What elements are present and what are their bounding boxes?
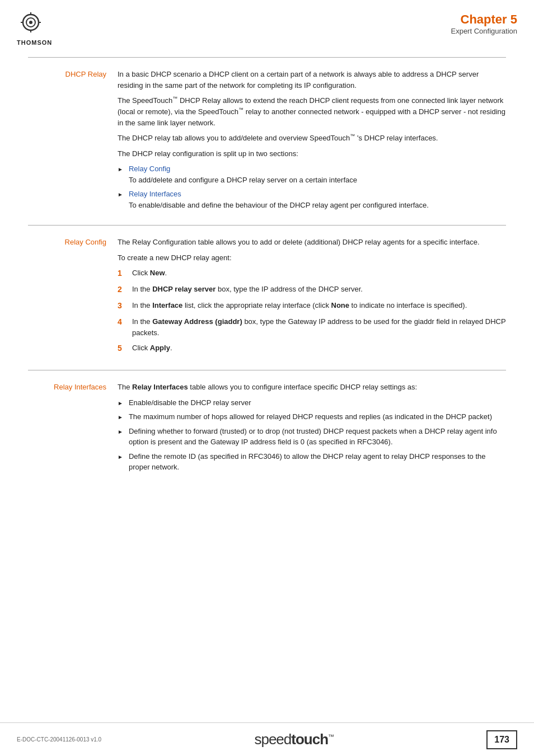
section-body-relay-interfaces: The Relay Interfaces table allows you to… <box>118 382 506 482</box>
thomson-logo-icon <box>17 10 45 38</box>
dhcp-relay-para-3: The DHCP relay tab allows you to add/del… <box>118 133 506 144</box>
relay-config-link[interactable]: Relay Config <box>129 165 170 173</box>
relay-interfaces-desc: To enable/disable and define the behavio… <box>129 200 506 211</box>
svg-point-2 <box>29 21 32 24</box>
brand-light-text: speed <box>254 731 291 748</box>
step-number-2: 2 <box>118 284 125 295</box>
footer-brand: speedtouch™ <box>254 731 334 748</box>
section-dhcp-relay: DHCP Relay In a basic DHCP scenario a DH… <box>28 57 506 225</box>
chapter-title: Chapter 5 <box>451 12 517 27</box>
page-number: 173 <box>486 730 517 749</box>
section-label-dhcp-relay: DHCP Relay <box>28 69 118 219</box>
ri-bullet-2-text: The maximum number of hops allowed for r… <box>129 412 492 421</box>
ri-bullet-3-content: Defining whether to forward (trusted) or… <box>129 426 506 448</box>
bullet-relay-interfaces-content: Relay Interfaces To enable/disable and d… <box>129 189 506 210</box>
section-relay-interfaces: Relay Interfaces The Relay Interfaces ta… <box>28 370 506 487</box>
step-1: 1 Click New. <box>118 267 506 279</box>
dhcp-relay-bullet-list: ► Relay Config To add/delete and configu… <box>118 163 506 210</box>
ri-bullet-arrow-3: ► <box>118 428 123 436</box>
step-content-3: In the Interface list, click the appropr… <box>132 300 506 311</box>
step-3: 3 In the Interface list, click the appro… <box>118 300 506 312</box>
step-4: 4 In the Gateway Address (giaddr) box, t… <box>118 316 506 338</box>
brand-bold-text: touch <box>291 731 328 748</box>
ri-bullet-1-text: Enable/disable the DHCP relay server <box>129 398 251 407</box>
step-2: 2 In the DHCP relay server box, type the… <box>118 284 506 295</box>
dhcp-relay-para-1: In a basic DHCP scenario a DHCP client o… <box>118 69 506 91</box>
page-footer: E-DOC-CTC-20041126-0013 v1.0 speedtouch™… <box>0 722 534 756</box>
bullet-relay-config-content: Relay Config To add/delete and configure… <box>129 163 506 185</box>
logo-area: THOMSON <box>17 10 52 46</box>
ri-bullet-arrow-4: ► <box>118 453 123 461</box>
thomson-logo-text: THOMSON <box>17 39 52 46</box>
dhcp-relay-para-2: The SpeedTouch™ DHCP Relay allows to ext… <box>118 95 506 128</box>
ri-bullet-1-content: Enable/disable the DHCP relay server <box>129 397 506 408</box>
step-number-1: 1 <box>118 267 125 279</box>
chapter-area: Chapter 5 Expert Configuration <box>451 10 517 35</box>
ri-bullet-3-text: Defining whether to forward (trusted) or… <box>129 427 497 447</box>
relay-interfaces-bullet-list: ► Enable/disable the DHCP relay server ►… <box>118 397 506 473</box>
section-label-relay-config: Relay Config <box>28 237 118 364</box>
ri-bullet-arrow-1: ► <box>118 399 123 407</box>
bullet-arrow-icon-2: ► <box>118 190 123 199</box>
ri-bullet-2-content: The maximum number of hops allowed for r… <box>129 411 506 422</box>
ri-bullet-4-text: Define the remote ID (as specified in RF… <box>129 452 486 472</box>
section-label-relay-interfaces: Relay Interfaces <box>28 382 118 482</box>
ri-bullet-2: ► The maximum number of hops allowed for… <box>118 411 506 422</box>
page-header: THOMSON Chapter 5 Expert Configuration <box>0 0 534 51</box>
bullet-relay-interfaces: ► Relay Interfaces To enable/disable and… <box>118 189 506 210</box>
dhcp-relay-para-4: The DHCP relay configuration is split up… <box>118 148 506 159</box>
ri-bullet-3: ► Defining whether to forward (trusted) … <box>118 426 506 448</box>
bullet-relay-config: ► Relay Config To add/delete and configu… <box>118 163 506 185</box>
step-content-4: In the Gateway Address (giaddr) box, typ… <box>132 316 506 338</box>
relay-config-intro: The Relay Configuration table allows you… <box>118 237 506 248</box>
brand-tm: ™ <box>328 733 334 740</box>
section-body-dhcp-relay: In a basic DHCP scenario a DHCP client o… <box>118 69 506 219</box>
section-body-relay-config: The Relay Configuration table allows you… <box>118 237 506 364</box>
page-content: DHCP Relay In a basic DHCP scenario a DH… <box>0 51 534 499</box>
step-number-4: 4 <box>118 316 125 328</box>
step-number-5: 5 <box>118 342 125 354</box>
relay-interfaces-intro: The Relay Interfaces table allows you to… <box>118 382 506 393</box>
bullet-arrow-icon: ► <box>118 165 123 173</box>
step-content-2: In the DHCP relay server box, type the I… <box>132 284 506 295</box>
relay-config-desc: To add/delete and configure a DHCP relay… <box>129 175 506 186</box>
chapter-subtitle: Expert Configuration <box>451 27 517 35</box>
step-number-3: 3 <box>118 300 125 312</box>
step-content-5: Click Apply. <box>132 342 506 354</box>
ri-bullet-4: ► Define the remote ID (as specified in … <box>118 451 506 473</box>
relay-interfaces-link[interactable]: Relay Interfaces <box>129 190 181 198</box>
ri-bullet-arrow-2: ► <box>118 413 123 421</box>
section-relay-config: Relay Config The Relay Configuration tab… <box>28 225 506 370</box>
relay-config-pre-list: To create a new DHCP relay agent: <box>118 252 506 264</box>
step-content-1: Click New. <box>132 267 506 279</box>
relay-config-steps: 1 Click New. 2 In the DHCP relay server … <box>118 267 506 354</box>
step-5: 5 Click Apply. <box>118 342 506 354</box>
ri-bullet-4-content: Define the remote ID (as specified in RF… <box>129 451 506 473</box>
footer-doc-id: E-DOC-CTC-20041126-0013 v1.0 <box>17 736 101 743</box>
ri-bullet-1: ► Enable/disable the DHCP relay server <box>118 397 506 408</box>
